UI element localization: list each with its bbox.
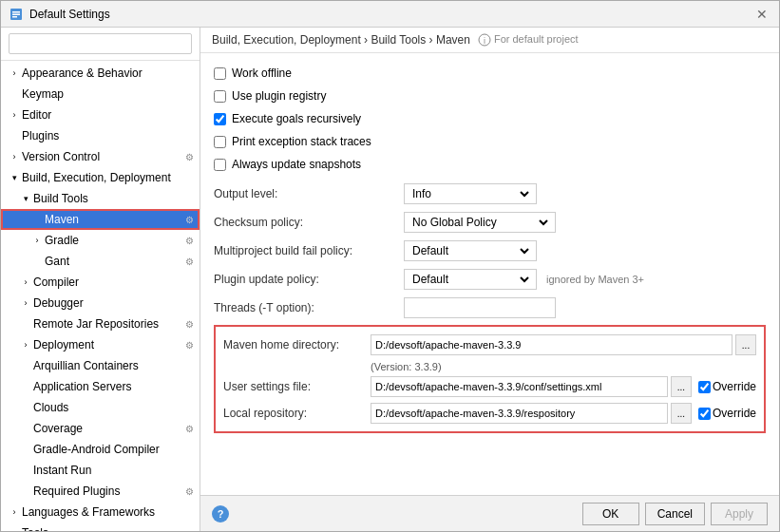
local-repo-row: Local repository: ... Override xyxy=(223,403,756,424)
cancel-button[interactable]: Cancel xyxy=(645,503,705,525)
always-update-checkbox[interactable] xyxy=(214,159,226,171)
app-icon xyxy=(9,7,24,22)
ok-button[interactable]: OK xyxy=(582,503,639,525)
maven-home-label: Maven home directory: xyxy=(223,338,371,352)
sidebar-item-app-servers[interactable]: Application Servers xyxy=(1,376,200,397)
sidebar-item-plugins[interactable]: Plugins xyxy=(1,125,200,146)
local-repo-label: Local repository: xyxy=(223,407,371,420)
sidebar-item-debugger[interactable]: Debugger xyxy=(1,293,200,314)
sidebar-item-keymap[interactable]: Keymap xyxy=(1,84,200,104)
local-repo-control: ... Override xyxy=(371,403,756,424)
sidebar-item-required-plugins[interactable]: Required Plugins ⚙ xyxy=(1,481,200,502)
user-settings-override-label: Override xyxy=(698,380,756,393)
arrow-icon xyxy=(9,130,20,142)
execute-goals-label: Execute goals recursively xyxy=(232,112,361,125)
sidebar-item-clouds[interactable]: Clouds xyxy=(1,397,200,418)
plugin-update-dropdown[interactable]: Default Force Never xyxy=(404,269,537,290)
settings-icon: ⚙ xyxy=(181,484,197,499)
maven-home-row: Maven home directory: ... xyxy=(223,334,756,355)
sidebar-item-arquillian[interactable]: Arquillian Containers xyxy=(1,355,200,376)
sidebar-item-editor[interactable]: Editor xyxy=(1,104,200,125)
maven-home-input[interactable] xyxy=(371,334,732,355)
window-title: Default Settings xyxy=(29,8,752,21)
user-settings-override-checkbox[interactable] xyxy=(698,381,711,393)
sidebar-tree: Appearance & Behavior Keymap Editor Plug… xyxy=(1,61,200,531)
window: Default Settings ✕ Appearance & Behavior… xyxy=(0,0,780,532)
help-button[interactable]: ? xyxy=(212,505,229,522)
plugin-update-select[interactable]: Default Force Never xyxy=(409,272,532,287)
sidebar-item-gradle[interactable]: Gradle ⚙ xyxy=(1,230,200,251)
execute-goals-checkbox[interactable] xyxy=(214,113,226,125)
sidebar-item-label: Application Servers xyxy=(33,380,200,393)
search-input[interactable] xyxy=(9,33,192,54)
sidebar-item-maven[interactable]: Maven ⚙ xyxy=(1,209,200,230)
sidebar-item-label: Required Plugins xyxy=(33,484,181,498)
output-level-control: Info Debug Warn Error xyxy=(404,183,766,204)
apply-button[interactable]: Apply xyxy=(711,503,768,525)
local-repo-browse-button[interactable]: ... xyxy=(671,403,692,424)
user-settings-browse-button[interactable]: ... xyxy=(671,376,692,397)
sidebar-item-appearance[interactable]: Appearance & Behavior xyxy=(1,63,200,84)
user-settings-input[interactable] xyxy=(371,376,668,397)
multiproject-dropdown[interactable]: Default Fail at End Fail Never xyxy=(404,240,537,261)
sidebar-item-gant[interactable]: Gant ⚙ xyxy=(1,251,200,272)
sidebar-item-build-tools[interactable]: Build Tools xyxy=(1,188,200,209)
checksum-policy-dropdown[interactable]: No Global Policy Warn Fail xyxy=(404,212,556,233)
arrow-icon xyxy=(9,109,20,121)
arrow-icon xyxy=(20,276,31,288)
sidebar-item-remote-jar[interactable]: Remote Jar Repositories ⚙ xyxy=(1,314,200,334)
work-offline-label: Work offline xyxy=(232,66,292,80)
sidebar-item-compiler[interactable]: Compiler xyxy=(1,272,200,293)
output-level-dropdown[interactable]: Info Debug Warn Error xyxy=(404,183,537,204)
sidebar-item-gradle-android[interactable]: Gradle-Android Compiler xyxy=(1,439,200,460)
main-panel: Build, Execution, Deployment › Build Too… xyxy=(200,28,779,531)
arrow-icon xyxy=(9,151,20,162)
checksum-policy-control: No Global Policy Warn Fail xyxy=(404,212,766,233)
execute-goals-row: Execute goals recursively xyxy=(214,108,766,129)
close-button[interactable]: ✕ xyxy=(752,5,771,24)
arrow-icon xyxy=(9,527,20,531)
maven-home-browse-button[interactable]: ... xyxy=(735,334,756,355)
checksum-policy-select[interactable]: No Global Policy Warn Fail xyxy=(409,215,551,230)
settings-icon: ⚙ xyxy=(181,337,197,352)
sidebar-item-tools[interactable]: Tools xyxy=(1,522,200,531)
settings-icon: ⚙ xyxy=(181,316,197,332)
multiproject-select[interactable]: Default Fail at End Fail Never xyxy=(409,243,532,258)
sidebar-item-label: Build Tools xyxy=(33,192,200,205)
arrow-icon xyxy=(20,339,31,351)
sidebar-item-label: Gradle-Android Compiler xyxy=(33,443,200,456)
arrow-icon xyxy=(20,485,31,497)
sidebar-item-label: Appearance & Behavior xyxy=(22,66,200,80)
breadcrumb-note: i For default project xyxy=(478,33,579,47)
print-exceptions-checkbox[interactable] xyxy=(214,136,226,148)
title-bar: Default Settings ✕ xyxy=(1,1,779,28)
arrow-icon xyxy=(31,235,43,246)
work-offline-checkbox[interactable] xyxy=(214,67,226,80)
sidebar-item-instant-run[interactable]: Instant Run xyxy=(1,460,200,481)
settings-icon: ⚙ xyxy=(181,254,197,269)
checksum-policy-row: Checksum policy: No Global Policy Warn F… xyxy=(214,211,766,234)
sidebar-item-coverage[interactable]: Coverage ⚙ xyxy=(1,418,200,439)
sidebar-item-label: Build, Execution, Deployment xyxy=(22,171,200,184)
sidebar-item-languages[interactable]: Languages & Frameworks xyxy=(1,502,200,522)
arrow-icon xyxy=(9,88,20,100)
plugin-update-label: Plugin update policy: xyxy=(214,273,404,286)
local-repo-override-checkbox[interactable] xyxy=(698,408,711,420)
threads-label: Threads (-T option): xyxy=(214,301,404,314)
use-plugin-registry-checkbox[interactable] xyxy=(214,90,226,103)
local-repo-input[interactable] xyxy=(371,403,668,424)
multiproject-control: Default Fail at End Fail Never xyxy=(404,240,766,261)
arrow-icon xyxy=(20,360,31,371)
arrow-icon xyxy=(20,318,31,330)
output-level-select[interactable]: Info Debug Warn Error xyxy=(409,186,532,201)
sidebar-item-deployment[interactable]: Deployment ⚙ xyxy=(1,334,200,355)
sidebar-item-version-control[interactable]: Version Control ⚙ xyxy=(1,146,200,167)
sidebar-item-label: Deployment xyxy=(33,338,181,352)
arrow-icon xyxy=(20,423,31,434)
sidebar-item-build-exec-deploy[interactable]: Build, Execution, Deployment xyxy=(1,167,200,188)
sidebar-item-label: Coverage xyxy=(33,422,181,435)
breadcrumb-bar: Build, Execution, Deployment › Build Too… xyxy=(200,28,779,53)
threads-input[interactable] xyxy=(404,297,556,318)
footer: ? OK Cancel Apply xyxy=(200,495,779,531)
output-level-row: Output level: Info Debug Warn Error xyxy=(214,182,766,205)
